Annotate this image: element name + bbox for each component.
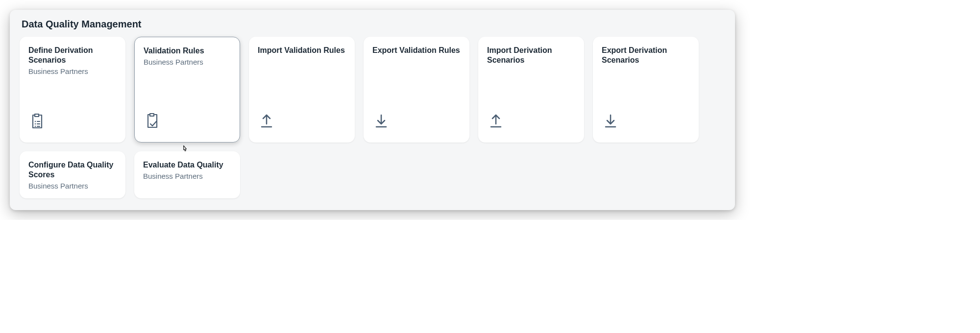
clipboard-check-icon	[144, 112, 161, 129]
tile-subtitle: Business Partners	[28, 67, 117, 76]
tile-export-validation-rules[interactable]: Export Validation Rules	[364, 37, 469, 143]
tile-header: Export Derivation Scenarios	[602, 46, 690, 67]
tile-validation-rules[interactable]: Validation Rules Business Partners	[134, 37, 240, 143]
tile-header: Configure Data Quality Scores Business P…	[28, 160, 117, 190]
section-title: Data Quality Management	[20, 19, 725, 30]
tile-title: Export Derivation Scenarios	[602, 46, 690, 65]
tile-import-validation-rules[interactable]: Import Validation Rules	[249, 37, 355, 143]
tile-title: Define Derivation Scenarios	[28, 46, 117, 65]
tile-define-derivation-scenarios[interactable]: Define Derivation Scenarios Business Par…	[20, 37, 125, 143]
tile-header: Validation Rules Business Partners	[144, 46, 231, 67]
tile-subtitle: Business Partners	[144, 58, 231, 67]
tile-header: Import Derivation Scenarios	[487, 46, 575, 67]
upload-icon	[487, 112, 505, 130]
download-icon	[602, 112, 619, 130]
tile-configure-data-quality-scores[interactable]: Configure Data Quality Scores Business P…	[20, 151, 125, 198]
tile-evaluate-data-quality[interactable]: Evaluate Data Quality Business Partners	[134, 151, 240, 198]
download-icon	[372, 112, 390, 130]
tile-header: Define Derivation Scenarios Business Par…	[28, 46, 117, 76]
tile-title: Import Validation Rules	[258, 46, 346, 55]
tile-import-derivation-scenarios[interactable]: Import Derivation Scenarios	[478, 37, 584, 143]
tile-title: Import Derivation Scenarios	[487, 46, 575, 65]
svg-point-0	[35, 121, 36, 122]
cursor-pointer-icon	[180, 144, 190, 154]
tile-subtitle: Business Partners	[143, 172, 231, 181]
tiles-container: Define Derivation Scenarios Business Par…	[20, 37, 725, 198]
tile-header: Evaluate Data Quality Business Partners	[143, 160, 231, 181]
tile-header: Import Validation Rules	[258, 46, 346, 57]
tile-header: Export Validation Rules	[372, 46, 461, 57]
svg-point-2	[35, 126, 36, 127]
svg-point-1	[35, 123, 36, 124]
tile-subtitle: Business Partners	[28, 182, 117, 190]
tile-title: Export Validation Rules	[372, 46, 461, 55]
clipboard-list-icon	[28, 112, 46, 130]
tile-title: Configure Data Quality Scores	[28, 160, 117, 180]
upload-icon	[258, 112, 275, 130]
tile-title: Evaluate Data Quality	[143, 160, 231, 170]
data-quality-management-panel: Data Quality Management Define Derivatio…	[10, 10, 735, 210]
tile-title: Validation Rules	[144, 46, 231, 56]
tile-export-derivation-scenarios[interactable]: Export Derivation Scenarios	[593, 37, 699, 143]
